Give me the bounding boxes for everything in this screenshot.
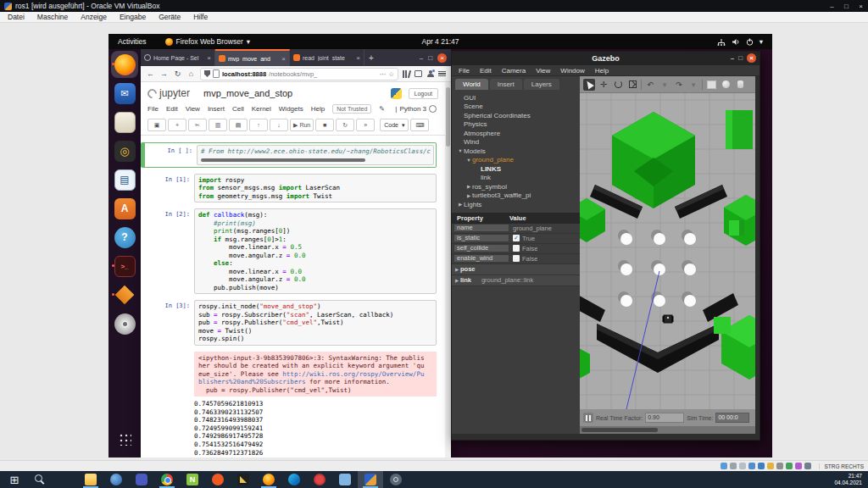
sidebar-icon[interactable]: [415, 70, 422, 77]
dock-item-writer[interactable]: ▤: [111, 166, 138, 193]
taskbar-item-task-view[interactable]: [53, 471, 78, 488]
page-scrollbar[interactable]: [445, 82, 451, 458]
tree-item-models[interactable]: ▼Models: [452, 147, 580, 156]
caret-tool-icon[interactable]: ▾: [687, 79, 699, 91]
cell-input[interactable]: import rospyfrom sensor_msgs.msg import …: [194, 174, 437, 203]
jupyter-menu-insert[interactable]: Insert: [208, 105, 225, 113]
network-icon[interactable]: [748, 463, 755, 469]
dock-item-firefox[interactable]: [111, 51, 138, 78]
add-cell-button[interactable]: +: [168, 119, 186, 131]
minimize-button[interactable]: –: [825, 3, 839, 10]
reload-icon[interactable]: ↻: [173, 69, 182, 78]
maximize-button[interactable]: □: [428, 54, 432, 62]
cylinder-tool-icon[interactable]: [734, 79, 746, 91]
display-icon[interactable]: [776, 463, 783, 469]
taskbar-item-media[interactable]: [307, 471, 332, 488]
undo-tool-icon[interactable]: ↶: [644, 79, 656, 91]
vbox-menu-eingabe[interactable]: Eingabe: [120, 13, 146, 21]
gazebo-tab-insert[interactable]: Insert: [490, 79, 522, 90]
checkbox-icon[interactable]: ✓: [513, 235, 520, 241]
checkbox-icon[interactable]: [513, 255, 520, 262]
translate-tool-icon[interactable]: ✛: [598, 79, 609, 91]
gazebo-menu-edit[interactable]: Edit: [480, 67, 492, 75]
close-button[interactable]: ×: [437, 53, 447, 63]
taskbar-item-edge[interactable]: [281, 471, 307, 488]
group-expander-icon[interactable]: ▶: [453, 267, 460, 272]
not-trusted-badge[interactable]: Not Trusted: [332, 104, 371, 114]
account-icon[interactable]: [426, 70, 434, 78]
tree-item-ground-plane[interactable]: ▼ground_plane: [452, 156, 580, 165]
tree-item-wind[interactable]: Wind: [452, 138, 580, 147]
tree-expander-icon[interactable]: ▼: [465, 158, 472, 163]
url-bar[interactable]: localhost:8888 /notebooks/mvp_ ⋯ ☆: [200, 68, 398, 80]
notebook-title[interactable]: mvp_move_and_stop: [203, 88, 292, 98]
restart-button[interactable]: ↻: [336, 119, 354, 131]
bookmark-star-icon[interactable]: ☆: [388, 70, 394, 78]
taskbar-item-firefox[interactable]: [256, 471, 281, 488]
keyboard-button[interactable]: ⌨: [410, 119, 429, 131]
activities-button[interactable]: Activities: [118, 37, 147, 46]
usb-icon[interactable]: [758, 463, 765, 469]
browser-tab-1[interactable]: mvp_move_and_×: [215, 49, 290, 66]
taskbar-item-chrome[interactable]: [154, 471, 180, 488]
taskbar-clock[interactable]: 21:47 04.04.2021: [834, 473, 868, 486]
sphere-tool-icon[interactable]: [720, 79, 732, 91]
close-button[interactable]: ×: [747, 53, 756, 63]
browser-tab-0[interactable]: Home Page - Sel×: [141, 49, 215, 66]
rotate-tool-icon[interactable]: [612, 79, 624, 91]
restart-run-all-button[interactable]: »: [356, 119, 375, 131]
taskbar-item-notepad[interactable]: N: [180, 471, 205, 488]
app-menu[interactable]: Firefox Web Browser ▾: [165, 37, 250, 46]
maximize-button[interactable]: □: [839, 3, 854, 10]
vbox-menu-maschine[interactable]: Maschine: [37, 13, 68, 21]
tree-item-links[interactable]: LINKS: [452, 164, 580, 174]
run-button[interactable]: ▶Run: [290, 119, 314, 131]
shared-folder-icon[interactable]: [767, 463, 774, 469]
scrollbar-thumb[interactable]: [581, 428, 658, 432]
browser-tab-2[interactable]: read_joint_state×: [290, 49, 364, 66]
new-tab-button[interactable]: +: [364, 49, 378, 66]
tree-item-ros-symbol[interactable]: ▶ros_symbol: [452, 182, 580, 191]
menu-icon[interactable]: [438, 71, 446, 77]
group-expander-icon[interactable]: ▶: [453, 278, 460, 283]
code-hscrollbar[interactable]: [201, 158, 365, 162]
jupyter-menu-cell[interactable]: Cell: [232, 105, 244, 113]
tree-item-link[interactable]: link: [452, 174, 580, 183]
jupyter-logo-text[interactable]: jupyter: [159, 87, 190, 99]
notebook-cell-2[interactable]: In [2]:def callback(msg): #print(msg) pr…: [144, 208, 437, 294]
taskbar-item-settings[interactable]: [383, 471, 409, 488]
gazebo-tab-world[interactable]: World: [455, 79, 488, 90]
mouse-icon[interactable]: [804, 463, 811, 469]
stop-button[interactable]: ■: [315, 119, 334, 131]
scrollbar-thumb[interactable]: [446, 87, 450, 147]
close-tab-icon[interactable]: ×: [356, 54, 360, 62]
taskbar-item-globe[interactable]: [103, 471, 129, 488]
taskbar-item-explorer[interactable]: [78, 471, 103, 488]
scale-tool-icon[interactable]: [626, 79, 638, 91]
paste-cell-button[interactable]: ▤: [229, 119, 248, 131]
ubuntu-clock[interactable]: Apr 4 21:47: [422, 37, 459, 46]
notebook-cell-1[interactable]: In [1]:import rospyfrom sensor_msgs.msg …: [144, 174, 437, 203]
jupyter-menu-file[interactable]: File: [147, 105, 159, 113]
taskbar-item-discord[interactable]: [129, 471, 154, 488]
back-icon[interactable]: ←: [146, 69, 155, 78]
hdd-icon[interactable]: [721, 463, 727, 469]
move-down-button[interactable]: ↓: [270, 119, 288, 131]
dock-item-terminal[interactable]: >_: [111, 252, 138, 280]
jupyter-menu-edit[interactable]: Edit: [166, 105, 178, 113]
dock-item-mail[interactable]: ✉: [111, 80, 138, 107]
close-button[interactable]: ×: [854, 3, 868, 10]
taskbar-item-start[interactable]: ⊞: [2, 471, 27, 488]
jupyter-menu-help[interactable]: Help: [311, 105, 325, 113]
taskbar-item-virtualbox-vm[interactable]: [358, 471, 383, 488]
dock-item-software[interactable]: A: [111, 195, 138, 222]
move-up-button[interactable]: ↑: [249, 119, 268, 131]
close-tab-icon[interactable]: ×: [281, 55, 286, 63]
tree-expander-icon[interactable]: ▶: [465, 193, 472, 198]
gazebo-horizontal-scrollbar[interactable]: [580, 426, 755, 434]
tree-item-turtlebot3-waffle-pi[interactable]: ▶turtlebot3_waffle_pi: [452, 191, 580, 201]
select-tool-icon[interactable]: [583, 79, 595, 91]
property-group-link[interactable]: ▶linkground_plane::link: [452, 275, 580, 286]
dock-item-rhythmbox[interactable]: ◎: [111, 137, 138, 164]
tree-item-lights[interactable]: ▶Lights: [452, 200, 580, 209]
